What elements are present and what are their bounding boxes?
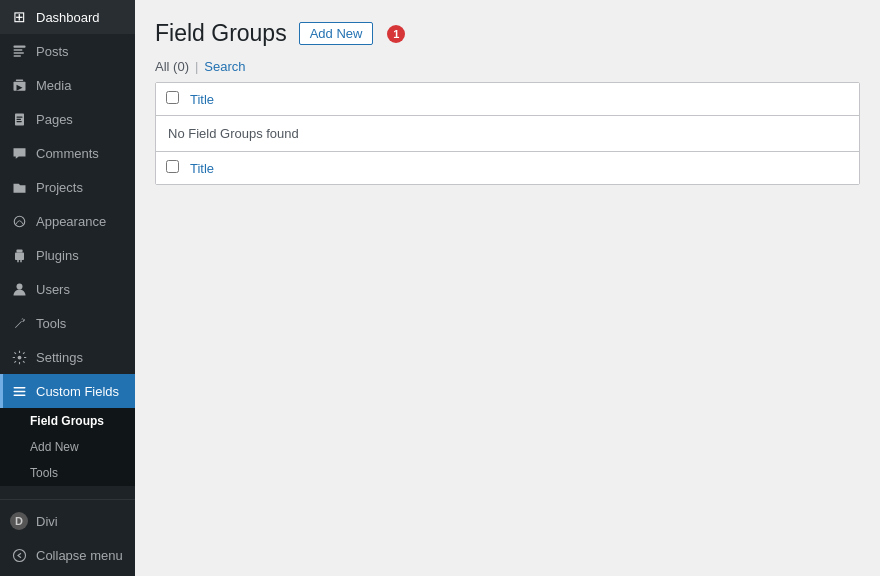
sidebar-item-dashboard[interactable]: ⊞ Dashboard — [0, 0, 135, 34]
svg-point-16 — [16, 283, 22, 289]
sidebar-item-label: Settings — [36, 350, 83, 365]
table-empty-message: No Field Groups found — [156, 116, 859, 151]
posts-icon — [10, 42, 28, 60]
collapse-icon — [10, 546, 28, 564]
sidebar-item-media[interactable]: Media — [0, 68, 135, 102]
sidebar-item-custom-fields[interactable]: Custom Fields — [0, 374, 135, 408]
table-footer-row: Title — [156, 151, 859, 184]
appearance-icon — [10, 212, 28, 230]
sidebar-item-label: Divi — [36, 514, 58, 529]
divi-icon: D — [10, 512, 28, 530]
svg-rect-20 — [13, 394, 25, 396]
svg-rect-12 — [16, 249, 22, 252]
submenu-item-field-groups[interactable]: Field Groups — [0, 408, 135, 434]
svg-rect-19 — [13, 390, 25, 392]
add-new-button[interactable]: Add New — [299, 22, 374, 45]
filter-bar: All (0) | Search — [155, 59, 860, 74]
sidebar-item-label: Posts — [36, 44, 69, 59]
svg-rect-18 — [13, 387, 25, 389]
sidebar-item-settings[interactable]: Settings — [0, 340, 135, 374]
svg-rect-10 — [16, 121, 21, 122]
sidebar-item-label: Media — [36, 78, 71, 93]
svg-rect-1 — [13, 49, 22, 51]
tools-icon — [10, 314, 28, 332]
sidebar-bottom: D Divi Collapse menu — [0, 499, 135, 576]
table-header-checkbox-col — [166, 91, 190, 107]
main-content: Field Groups Add New 1 All (0) | Search … — [135, 0, 880, 576]
field-groups-table: Title No Field Groups found Title — [155, 82, 860, 185]
add-new-badge: 1 — [387, 25, 405, 43]
svg-rect-15 — [20, 260, 22, 262]
custom-fields-icon — [10, 382, 28, 400]
custom-fields-submenu: Field Groups Add New Tools — [0, 408, 135, 486]
table-header-row: Title — [156, 83, 859, 116]
svg-rect-9 — [16, 118, 21, 119]
sidebar-item-tools[interactable]: Tools — [0, 306, 135, 340]
submenu-item-add-new[interactable]: Add New — [0, 434, 135, 460]
filter-all-label: All (0) — [155, 59, 189, 74]
sidebar-item-label: Appearance — [36, 214, 106, 229]
sidebar-item-label: Tools — [36, 316, 66, 331]
svg-rect-0 — [13, 45, 25, 47]
pages-icon — [10, 110, 28, 128]
svg-rect-6 — [15, 79, 23, 81]
svg-point-11 — [14, 216, 25, 227]
sidebar-item-collapse[interactable]: Collapse menu — [0, 538, 135, 572]
sidebar-item-pages[interactable]: Pages — [0, 102, 135, 136]
svg-rect-3 — [13, 55, 21, 57]
sidebar-item-comments[interactable]: Comments — [0, 136, 135, 170]
plugins-icon — [10, 246, 28, 264]
sidebar-item-appearance[interactable]: Appearance — [0, 204, 135, 238]
settings-icon — [10, 348, 28, 366]
svg-rect-13 — [15, 252, 24, 260]
svg-rect-2 — [13, 52, 24, 54]
table-footer-checkbox[interactable] — [166, 160, 179, 173]
sidebar-item-label: Pages — [36, 112, 73, 127]
sidebar-item-plugins[interactable]: Plugins — [0, 238, 135, 272]
filter-search-link[interactable]: Search — [204, 59, 245, 74]
sidebar-item-label: Users — [36, 282, 70, 297]
sidebar: ⊞ Dashboard Posts Media Pages Comments P… — [0, 0, 135, 576]
sidebar-item-label: Projects — [36, 180, 83, 195]
dashboard-icon: ⊞ — [10, 8, 28, 26]
filter-all-text: All — [155, 59, 169, 74]
svg-rect-8 — [16, 116, 22, 117]
page-title: Field Groups — [155, 20, 287, 47]
sidebar-item-label: Custom Fields — [36, 384, 119, 399]
svg-point-17 — [17, 355, 21, 359]
sidebar-item-label: Comments — [36, 146, 99, 161]
table-col-title-footer[interactable]: Title — [190, 161, 214, 176]
comments-icon — [10, 144, 28, 162]
filter-all-count: (0) — [173, 59, 189, 74]
sidebar-item-label: Dashboard — [36, 10, 100, 25]
sidebar-item-projects[interactable]: Projects — [0, 170, 135, 204]
svg-point-21 — [13, 549, 25, 561]
sidebar-item-label: Collapse menu — [36, 548, 123, 563]
media-icon — [10, 76, 28, 94]
table-select-all-checkbox[interactable] — [166, 91, 179, 104]
page-header: Field Groups Add New 1 — [155, 20, 860, 47]
sidebar-item-users[interactable]: Users — [0, 272, 135, 306]
submenu-item-tools[interactable]: Tools — [0, 460, 135, 486]
sidebar-item-posts[interactable]: Posts — [0, 34, 135, 68]
sidebar-item-label: Plugins — [36, 248, 79, 263]
sidebar-item-divi[interactable]: D Divi — [0, 504, 135, 538]
projects-icon — [10, 178, 28, 196]
filter-separator: | — [195, 59, 198, 74]
svg-rect-14 — [17, 260, 19, 262]
table-footer-checkbox-col — [166, 160, 190, 176]
users-icon — [10, 280, 28, 298]
table-col-title-header[interactable]: Title — [190, 92, 214, 107]
